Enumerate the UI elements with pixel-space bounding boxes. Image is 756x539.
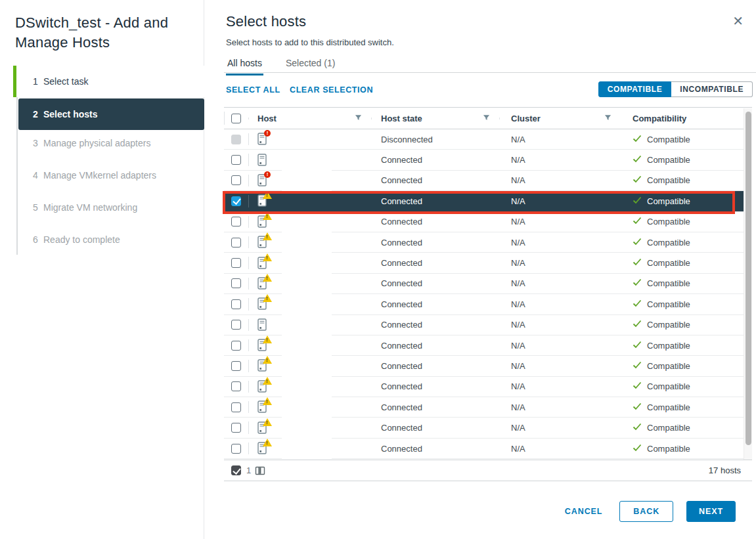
cluster-cell: N/A	[499, 155, 621, 165]
row-checkbox[interactable]	[231, 381, 241, 391]
cluster-cell: N/A	[499, 320, 621, 330]
compatible-check-icon	[633, 299, 642, 309]
select-all-button[interactable]: SELECT ALL	[226, 85, 280, 95]
row-checkbox[interactable]	[231, 361, 241, 371]
row-checkbox[interactable]	[231, 135, 241, 144]
header-checkbox-cell	[224, 114, 248, 123]
column-settings-icon[interactable]	[255, 465, 265, 476]
compatibility-cell: Compatible	[621, 196, 744, 206]
table-header-row: Host Host state Cluster	[224, 108, 752, 129]
host-icon	[257, 277, 267, 290]
host-state-cell: Connected	[371, 175, 499, 185]
close-icon[interactable]: ✕	[732, 14, 744, 28]
compatible-check-icon	[633, 444, 642, 454]
compatible-check-icon	[633, 320, 642, 330]
next-button[interactable]: NEXT	[686, 501, 736, 522]
compatible-check-icon	[633, 423, 642, 433]
host-warning-badge-icon	[263, 274, 272, 282]
compatible-check-icon	[633, 278, 642, 288]
scrollbar-thumb[interactable]	[745, 112, 751, 445]
row-checkbox[interactable]	[231, 217, 241, 226]
compatible-check-icon	[633, 381, 642, 391]
hosts-table: Host Host state Cluster	[224, 107, 752, 481]
host-warning-badge-icon	[263, 397, 272, 405]
filter-icon[interactable]	[483, 114, 490, 123]
tab-divider	[224, 72, 756, 73]
host-icon	[257, 421, 267, 435]
step-progress-bar	[18, 98, 22, 130]
select-all-checkbox[interactable]	[231, 114, 241, 123]
host-state-cell: Connected	[371, 341, 499, 351]
table-row[interactable]: Connected N/A Compatible	[224, 191, 744, 211]
header-host-state[interactable]: Host state	[371, 114, 499, 123]
header-compatibility[interactable]: Compatibility	[621, 114, 744, 123]
row-checkbox[interactable]	[231, 155, 241, 165]
host-cell: !	[248, 133, 371, 146]
host-icon	[257, 400, 267, 414]
step-progress-bar	[13, 224, 16, 255]
back-button[interactable]: BACK	[619, 501, 673, 522]
header-cluster[interactable]: Cluster	[499, 114, 621, 123]
compatible-check-icon	[633, 175, 642, 185]
row-checkbox[interactable]	[231, 278, 241, 288]
row-checkbox[interactable]	[231, 444, 241, 454]
compatibility-cell: Compatible	[621, 217, 744, 226]
filter-icon[interactable]	[604, 114, 611, 123]
table-body: ! Disconnected N/A Compatible Connected …	[224, 129, 752, 460]
table-scrollbar[interactable]	[744, 108, 752, 460]
compatible-check-icon	[633, 196, 642, 206]
selected-count: 1	[246, 465, 251, 475]
row-checkbox[interactable]	[231, 341, 241, 351]
compatibility-cell: Compatible	[621, 135, 744, 144]
compatibility-cell: Compatible	[621, 402, 744, 412]
compatibility-cell: Compatible	[621, 278, 744, 288]
host-state-cell: Connected	[371, 155, 499, 165]
host-error-badge-icon: !	[264, 130, 271, 137]
host-warning-badge-icon	[263, 232, 272, 240]
host-state-cell: Connected	[371, 402, 499, 412]
row-checkbox[interactable]	[231, 299, 241, 309]
page-title: Select hosts	[226, 13, 306, 30]
compatibility-cell: Compatible	[621, 175, 744, 185]
compatibility-cell: Compatible	[621, 341, 744, 351]
cancel-button[interactable]: CANCEL	[561, 501, 606, 522]
row-checkbox[interactable]	[231, 258, 241, 268]
row-checkbox[interactable]	[231, 320, 241, 330]
host-icon	[257, 257, 267, 270]
step-progress-bar	[13, 66, 16, 97]
compatible-check-icon	[633, 361, 642, 371]
compatible-toggle-button[interactable]: COMPATIBLE	[598, 81, 672, 97]
host-icon	[257, 154, 267, 167]
dialog-main-panel: ✕ Select hosts Select hosts to add to th…	[204, 0, 756, 539]
step-progress-bar	[13, 127, 16, 159]
clear-selection-button[interactable]: CLEAR SELECTION	[290, 85, 373, 95]
table-row[interactable]: ! Disconnected N/A Compatible	[224, 129, 744, 150]
sidebar-item-step-6: 6Ready to complete	[13, 224, 204, 255]
row-checkbox[interactable]	[231, 423, 241, 433]
host-state-cell: Connected	[371, 423, 499, 433]
row-checkbox[interactable]	[231, 238, 241, 248]
compatibility-cell: Compatible	[621, 361, 744, 371]
sidebar-item-step-1[interactable]: 1Select task	[13, 66, 204, 97]
host-warning-badge-icon	[263, 356, 272, 364]
compatibility-toggle-group: COMPATIBLE INCOMPATIBLE	[598, 81, 753, 97]
host-state-cell: Disconnected	[371, 135, 499, 144]
cluster-cell: N/A	[499, 381, 621, 391]
sidebar-item-step-2[interactable]: 2Select hosts	[18, 98, 204, 130]
cluster-cell: N/A	[499, 196, 621, 206]
host-warning-badge-icon	[263, 335, 272, 343]
filter-icon[interactable]	[355, 114, 362, 123]
host-icon	[257, 339, 267, 352]
host-icon	[257, 359, 267, 372]
selected-count-checkbox-icon[interactable]	[231, 465, 241, 475]
host-icon: !	[257, 133, 267, 146]
host-warning-badge-icon	[263, 439, 272, 446]
row-checkbox[interactable]	[231, 402, 241, 412]
header-host[interactable]: Host	[248, 114, 371, 123]
incompatible-toggle-button[interactable]: INCOMPATIBLE	[671, 81, 753, 97]
row-checkbox[interactable]	[231, 175, 241, 185]
host-state-cell: Connected	[371, 444, 499, 454]
cluster-cell: N/A	[499, 135, 621, 144]
row-checkbox[interactable]	[231, 196, 241, 206]
sidebar-item-step-3: 3Manage physical adapters	[13, 127, 204, 159]
